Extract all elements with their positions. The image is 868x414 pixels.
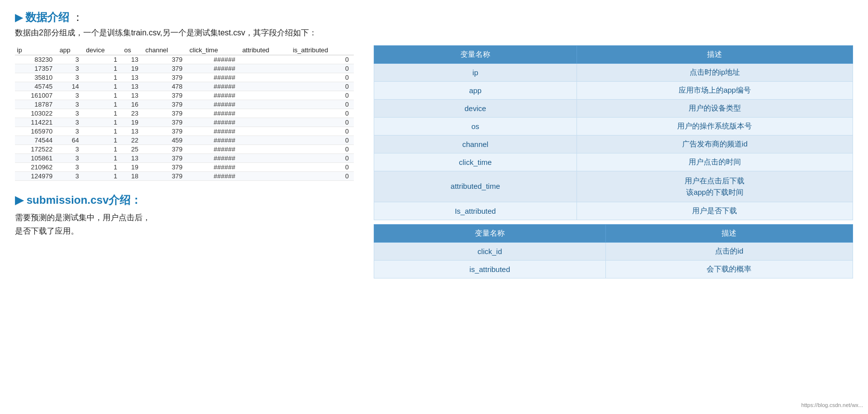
table-cell: ###### [187,64,240,73]
table-cell: 1 [84,127,123,136]
var-name: app [374,82,577,100]
table-cell: 0 [291,55,354,64]
var-table2-wrapper: 变量名称 描述 click_id点击的idis_attributed会下载的概率 [374,224,853,278]
table-cell: ###### [187,100,240,109]
table-cell: 1 [84,73,123,82]
table-cell: ###### [187,55,240,64]
var-desc: 点击时的ip地址 [577,64,853,82]
table-cell: 0 [291,109,354,118]
col-app: app [57,45,84,55]
table-cell: 1 [84,55,123,64]
table-row: 4574514113478######0 [15,82,354,91]
table-cell: 379 [144,64,188,73]
table-cell: 22 [122,136,143,145]
var-name: Is_attributed [374,202,577,220]
table-cell: 379 [144,154,188,163]
table-cell: 379 [144,55,188,64]
table-header-row: ip app device os channel click_time attr… [15,45,354,55]
var2-desc: 点击的id [605,243,853,261]
var-row: click_time用户点击的时间 [374,153,853,171]
var-desc: 广告发布商的频道id [577,136,853,153]
table-cell [240,55,291,64]
table-cell: 379 [144,73,188,82]
table-cell: 0 [291,100,354,109]
submission-line1: 需要预测的是测试集中，用户点击后， [15,211,354,224]
right-section: 变量名称 描述 ip点击时的ip地址app应用市场上的app编号device用户… [374,45,853,278]
table-cell: 3 [57,145,84,154]
table-cell: 114221 [15,118,57,127]
table-cell: 210962 [15,163,57,172]
table-cell: ###### [187,154,240,163]
table-cell: 19 [122,64,143,73]
table-row: 1030223123379######0 [15,109,354,118]
table-cell: 74544 [15,136,57,145]
table-cell: 13 [122,82,143,91]
submission-section: ▶ submission.csv介绍： 需要预测的是测试集中，用户点击后， 是否… [15,193,354,238]
table-cell: ###### [187,82,240,91]
table-cell: 13 [122,55,143,64]
table-cell: 105861 [15,154,57,163]
table-row: 173573119379######0 [15,64,354,73]
table-cell: ###### [187,91,240,100]
table-cell: 23 [122,109,143,118]
table-row: 2109623119379######0 [15,163,354,172]
var2-col-name: 变量名称 [374,225,606,243]
table-cell: 3 [57,154,84,163]
var-row: device用户的设备类型 [374,100,853,118]
var-row: Is_attributed用户是否下载 [374,202,853,220]
table-cell [240,82,291,91]
table-cell: 0 [291,163,354,172]
table-cell [240,127,291,136]
table-cell [240,163,291,172]
table-cell: 1 [84,109,123,118]
table-cell: 3 [57,91,84,100]
table-cell: 478 [144,82,188,91]
col-os: os [122,45,143,55]
table-cell: ###### [187,73,240,82]
table-cell: 379 [144,91,188,100]
var-table-main: 变量名称 描述 ip点击时的ip地址app应用市场上的app编号device用户… [374,45,853,220]
table-cell: 3 [57,73,84,82]
var2-desc: 会下载的概率 [605,261,853,278]
table-cell: 379 [144,127,188,136]
table-cell: 0 [291,91,354,100]
table-cell: 3 [57,100,84,109]
table-row: 1659703113379######0 [15,127,354,136]
var-row: app应用市场上的app编号 [374,82,853,100]
var-desc: 用户的操作系统版本号 [577,118,853,136]
table-cell: 17357 [15,64,57,73]
table-cell: 1 [84,154,123,163]
table-cell: 0 [291,64,354,73]
table-cell: 165970 [15,127,57,136]
table-row: 1725223125379######0 [15,145,354,154]
table-cell: 13 [122,127,143,136]
table-cell: 3 [57,118,84,127]
table-cell: ###### [187,172,240,181]
arrow-icon: ▶ [15,11,22,23]
table-cell: 379 [144,118,188,127]
table-cell: 14 [57,82,84,91]
left-section: ip app device os channel click_time attr… [15,45,354,238]
var-desc: 用户点击的时间 [577,153,853,171]
table-cell [240,100,291,109]
table-cell [240,73,291,82]
table-cell: 64 [57,136,84,145]
var2-name: is_attributed [374,261,606,278]
table-row: 187873116379######0 [15,100,354,109]
table-cell: 45745 [15,82,57,91]
var-name: click_time [374,153,577,171]
table-cell: 1 [84,64,123,73]
submission-line2: 是否下载了应用。 [15,224,354,238]
table-cell: 18787 [15,100,57,109]
table-cell: 1 [84,91,123,100]
table-row: 358103113379######0 [15,73,354,82]
var-desc: 用户在点击后下载该app的下载时间 [577,171,853,202]
table-cell: 3 [57,109,84,118]
table-cell: 1 [84,118,123,127]
table-row: 1058613113379######0 [15,154,354,163]
table-cell: 1 [84,100,123,109]
table-cell: 379 [144,100,188,109]
table-cell: 0 [291,172,354,181]
var-row: ip点击时的ip地址 [374,64,853,82]
section-header: ▶ 数据介绍： 数据由2部分组成，一个是训练集train.csv,另一个是测试集… [15,10,853,38]
